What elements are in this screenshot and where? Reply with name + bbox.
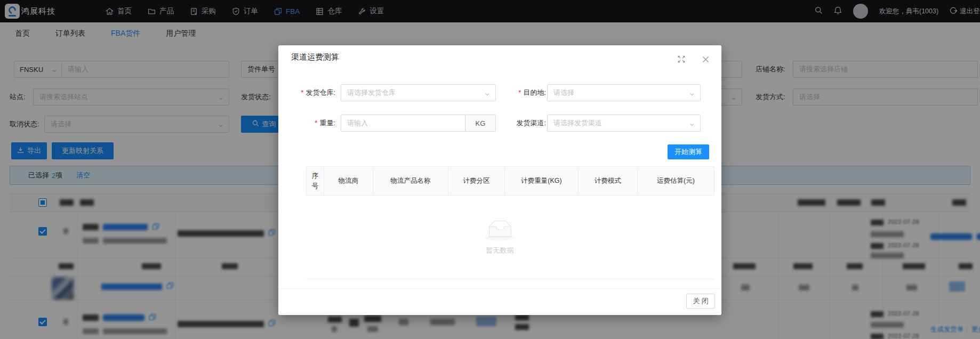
channel-label: 发货渠道: — [504, 115, 546, 132]
weight-input[interactable]: 请输入 — [341, 115, 465, 132]
weight-unit-addon: KG — [465, 115, 496, 132]
required-marker: * — [315, 119, 317, 127]
col-product-name: 物流产品名称 — [373, 167, 448, 195]
col-charge-mode: 计费模式 — [579, 167, 638, 195]
channel-select[interactable]: 请选择发货渠道 — [547, 115, 701, 132]
result-table-header: 序号 物流商 物流产品名称 计费分区 计费重量(KG) 计费模式 运费估算(元) — [306, 166, 714, 196]
col-charge-weight: 计费重量(KG) — [505, 167, 579, 195]
close-button[interactable]: 关 闭 — [686, 294, 715, 309]
destination-label: *目的地: — [504, 84, 546, 101]
chevron-down-icon — [689, 121, 695, 129]
warehouse-select[interactable]: 请选择发货仓库 — [341, 84, 496, 101]
freight-calc-modal: 渠道运费测算 *发货仓库: 请选择发货仓库 *目的地: 请选择 *重量: 请输入 — [278, 45, 721, 315]
empty-state-icon — [483, 219, 518, 244]
empty-state-text: 暂无数据 — [278, 246, 721, 255]
col-seq: 序号 — [306, 167, 324, 195]
modal-title: 渠道运费测算 — [291, 52, 339, 62]
col-carrier: 物流商 — [324, 167, 373, 195]
close-icon[interactable] — [702, 55, 709, 65]
warehouse-label: *发货仓库: — [291, 84, 335, 101]
required-marker: * — [301, 88, 303, 96]
weight-label: *重量: — [291, 115, 335, 132]
destination-select[interactable]: 请选择 — [547, 84, 701, 101]
chevron-down-icon — [485, 91, 490, 99]
chevron-down-icon — [689, 91, 695, 99]
start-calc-button[interactable]: 开始测算 — [668, 144, 709, 159]
fullscreen-icon[interactable] — [678, 55, 685, 65]
col-freight-estimate: 运费估算(元) — [638, 167, 714, 195]
app-root: 鸿展科技 首页 产品 采购 订单 FBA — [0, 0, 980, 339]
col-zone: 计费分区 — [448, 167, 505, 195]
required-marker: * — [518, 88, 521, 96]
